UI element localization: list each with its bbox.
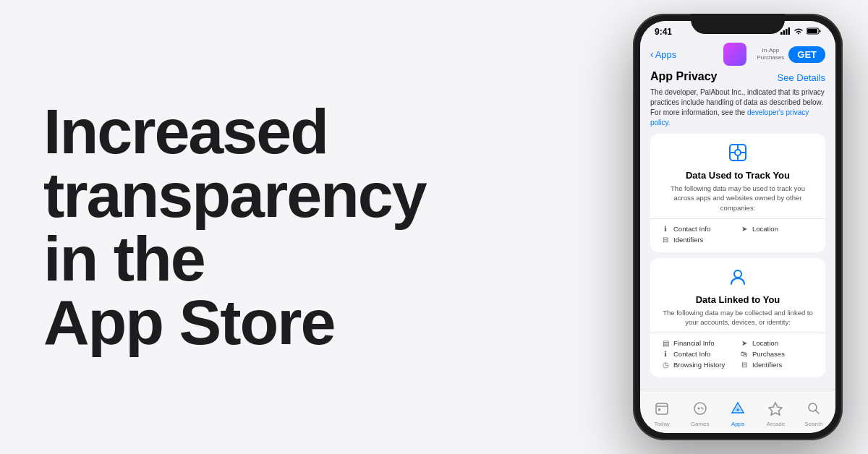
tab-apps[interactable]: Apps [719, 397, 757, 427]
search-icon [807, 401, 821, 419]
games-icon [693, 401, 707, 419]
today-tab-label: Today [655, 421, 670, 427]
tab-search[interactable]: Search [795, 397, 833, 427]
arcade-icon [768, 401, 783, 419]
privacy-policy-link[interactable]: developer's privacy policy. [650, 108, 809, 127]
purchases-icon: 🛍 [739, 350, 749, 358]
svg-rect-6 [820, 30, 821, 33]
in-app-label: In-AppPurchases [757, 47, 784, 61]
identifiers2-icon: ⊟ [739, 361, 749, 369]
phone-notch [691, 14, 785, 34]
svg-point-19 [702, 408, 703, 409]
financial-icon: ▤ [660, 339, 671, 347]
location-icon: ➤ [739, 225, 749, 233]
contact2-icon: ℹ [660, 350, 671, 358]
status-icons [780, 27, 821, 36]
data-item: ◷ Browsing History [660, 361, 736, 369]
app-icon [723, 43, 746, 66]
svg-rect-14 [656, 403, 668, 414]
browsing-label: Browsing History [673, 361, 725, 369]
nav-bar: ‹ Apps In-AppPurchases GET [640, 40, 835, 70]
phone-screen: 9:41 [640, 21, 835, 433]
svg-rect-16 [658, 408, 660, 411]
arcade-tab-label: Arcade [767, 421, 785, 427]
tab-bar: Today Games [640, 390, 835, 433]
today-icon [655, 401, 669, 419]
data-item: ℹ Contact Info [660, 350, 736, 358]
financial-label: Financial Info [673, 339, 715, 347]
location2-icon: ➤ [739, 339, 749, 347]
identifiers-icon: ⊟ [660, 236, 671, 244]
status-time: 9:41 [655, 27, 672, 37]
wifi-icon [793, 27, 804, 36]
linked-card-desc: The following data may be collected and … [660, 308, 815, 327]
headline-line2: transparency [43, 163, 426, 227]
svg-point-18 [701, 407, 702, 408]
svg-point-17 [694, 403, 706, 414]
contact-info-icon: ℹ [660, 225, 671, 233]
svg-line-24 [815, 410, 819, 414]
location-label: Location [752, 225, 778, 233]
back-chevron-icon: ‹ [650, 48, 654, 60]
linked-data-items: ▤ Financial Info ➤ Location ℹ Contact In… [660, 339, 815, 369]
svg-rect-5 [807, 29, 817, 33]
data-item: 🛍 Purchases [739, 350, 815, 358]
headline-line1: Increased [43, 100, 426, 163]
get-button[interactable]: GET [788, 46, 825, 63]
svg-point-22 [737, 408, 739, 411]
phone-mockup: 9:41 [633, 14, 843, 440]
svg-rect-2 [786, 29, 788, 35]
privacy-title: App Privacy [650, 70, 717, 83]
right-section: 9:41 [622, 0, 868, 454]
contact-info-label: Contact Info [673, 225, 710, 233]
back-button[interactable]: ‹ Apps [650, 48, 676, 60]
track-data-items: ℹ Contact Info ➤ Location ⊟ Identifiers [660, 225, 815, 244]
svg-rect-0 [780, 32, 783, 35]
contact2-label: Contact Info [673, 350, 710, 358]
data-item: ⊟ Identifiers [739, 361, 815, 369]
svg-rect-3 [788, 27, 791, 35]
headline: Increased transparency in the App Store [43, 100, 426, 354]
track-card-title: Data Used to Track You [660, 170, 815, 181]
divider2 [650, 333, 825, 333]
svg-point-8 [735, 150, 741, 155]
track-card-desc: The following data may be used to track … [660, 184, 815, 213]
signal-icon [780, 27, 791, 36]
identifiers2-label: Identifiers [752, 361, 782, 369]
see-details-link[interactable]: See Details [778, 72, 825, 83]
apps-icon [731, 401, 745, 419]
tab-games[interactable]: Games [681, 397, 718, 427]
headline-line3: in the [43, 227, 426, 291]
svg-point-13 [734, 270, 741, 278]
tab-today[interactable]: Today [643, 397, 681, 427]
data-item: ⊟ Identifiers [660, 236, 736, 244]
apps-tab-label: Apps [731, 421, 744, 427]
privacy-header-row: App Privacy See Details [650, 70, 825, 85]
linked-icon [660, 267, 815, 291]
privacy-description: The developer, PalAbout Inc., indicated … [650, 87, 825, 128]
games-tab-label: Games [691, 421, 710, 427]
search-tab-label: Search [804, 421, 822, 427]
headline-line4: App Store [43, 291, 426, 354]
location2-label: Location [752, 339, 778, 347]
data-item: ➤ Location [739, 225, 815, 233]
track-card: Data Used to Track You The following dat… [650, 134, 825, 252]
screen-content: App Privacy See Details The developer, P… [640, 70, 835, 417]
left-section: Increased transparency in the App Store [0, 71, 622, 383]
divider [650, 218, 825, 219]
svg-rect-1 [783, 30, 786, 35]
data-item: ℹ Contact Info [660, 225, 736, 233]
back-label: Apps [655, 49, 677, 60]
browsing-icon: ◷ [660, 361, 671, 369]
track-icon [660, 142, 815, 167]
identifiers-label: Identifiers [673, 236, 703, 244]
nav-right: In-AppPurchases GET [723, 43, 825, 66]
data-item: ➤ Location [739, 339, 815, 347]
linked-card-title: Data Linked to You [660, 294, 815, 305]
purchases-label: Purchases [752, 350, 785, 358]
battery-icon [807, 27, 821, 36]
tab-arcade[interactable]: Arcade [757, 397, 794, 427]
data-item: ▤ Financial Info [660, 339, 736, 347]
linked-card: Data Linked to You The following data ma… [650, 258, 825, 378]
